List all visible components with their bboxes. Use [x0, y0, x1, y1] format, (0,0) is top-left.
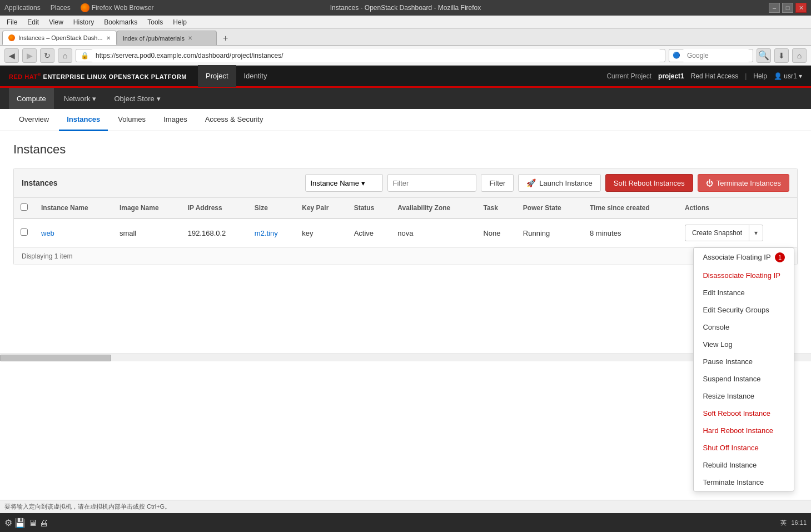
- col-time: Time since created: [583, 198, 678, 218]
- os-places-menu[interactable]: Places: [51, 4, 71, 12]
- col-task: Task: [476, 198, 516, 218]
- subnav-network[interactable]: Network ▾: [56, 88, 105, 109]
- row-power-state: Running: [516, 218, 583, 247]
- col-ip-address: IP Address: [181, 198, 248, 218]
- menu-history[interactable]: History: [69, 17, 98, 27]
- menu-bookmarks[interactable]: Bookmarks: [99, 17, 142, 27]
- sub-nav: Compute Network ▾ Object Store ▾: [0, 88, 811, 109]
- filter-select-label: Instance Name: [310, 179, 359, 187]
- col-actions: Actions: [678, 198, 797, 218]
- launch-instance-button[interactable]: 🚀 Launch Instance: [518, 174, 600, 192]
- create-snapshot-button[interactable]: Create Snapshot: [685, 225, 749, 241]
- tab-favicon-1: [8, 34, 15, 41]
- page-content: Instances Instances Instance Name ▾ Filt…: [0, 131, 811, 354]
- red-hat-access-link[interactable]: Red Hat Access: [691, 72, 738, 80]
- soft-reboot-instances-button[interactable]: Soft Reboot Instances: [605, 174, 693, 192]
- row-status: Active: [347, 218, 391, 247]
- instances-table-section: Instances Instance Name ▾ Filter 🚀 Launc…: [13, 168, 798, 265]
- search-input[interactable]: [683, 49, 749, 62]
- action-btn-group: Create Snapshot ▾: [685, 225, 790, 241]
- col-size: Size: [248, 198, 295, 218]
- instance-name-link[interactable]: web: [41, 229, 54, 237]
- dropdown-associate-floating-ip[interactable]: Associate Floating IP 1: [694, 248, 794, 267]
- maximize-button[interactable]: □: [782, 3, 793, 13]
- tab-close-1[interactable]: ✕: [106, 35, 111, 41]
- select-all-checkbox[interactable]: [21, 203, 28, 211]
- reload-button[interactable]: ↻: [40, 48, 54, 63]
- secnav-access-security[interactable]: Access & Security: [197, 109, 271, 131]
- firefox-icon: [81, 3, 89, 12]
- tab-bar: Instances – OpenStack Dash... ✕ Index of…: [0, 29, 811, 46]
- col-checkbox: [14, 198, 34, 218]
- secnav-instances[interactable]: Instances: [59, 109, 108, 131]
- table-header: Instances Instance Name ▾ Filter 🚀 Launc…: [14, 168, 797, 198]
- downloads-button[interactable]: ⬇: [774, 48, 789, 63]
- window-title: Instances - OpenStack Dashboard - Mozill…: [330, 4, 481, 12]
- sec-nav: Overview Instances Volumes Images Access…: [0, 109, 811, 131]
- menu-view[interactable]: View: [44, 17, 68, 27]
- menu-tools[interactable]: Tools: [143, 17, 167, 27]
- filter-input[interactable]: [387, 174, 476, 192]
- os-apps-menu[interactable]: Applications: [4, 4, 41, 12]
- os-titlebar: Applications Places Firefox Web Browser …: [0, 0, 811, 16]
- secnav-images[interactable]: Images: [156, 109, 195, 131]
- row-size: m2.tiny: [248, 218, 295, 247]
- subnav-compute[interactable]: Compute: [9, 88, 54, 109]
- secnav-volumes[interactable]: Volumes: [110, 109, 153, 131]
- dropdown-view-log[interactable]: View Log: [694, 336, 794, 353]
- dropdown-edit-instance[interactable]: Edit Instance: [694, 284, 794, 301]
- row-instance-name: web: [34, 218, 113, 247]
- action-dropdown-button[interactable]: ▾: [749, 225, 763, 241]
- menu-file[interactable]: File: [2, 17, 22, 27]
- dropdown-pause-instance[interactable]: Pause Instance: [694, 353, 794, 361]
- menu-help[interactable]: Help: [168, 17, 191, 27]
- help-link[interactable]: Help: [753, 72, 767, 80]
- rh-brand: RED HAT® ENTERPRISE LINUX OPENSTACK PLAT…: [9, 72, 187, 80]
- tab-label-2: Index of /pub/materials: [123, 35, 185, 42]
- row-checkbox-cell: [14, 218, 34, 247]
- menu-edit[interactable]: Edit: [23, 17, 43, 27]
- row-checkbox[interactable]: [21, 228, 28, 236]
- dropdown-console[interactable]: Console: [694, 319, 794, 336]
- ssl-icon: 🔒: [81, 52, 89, 59]
- col-availability-zone: Availability Zone: [391, 198, 476, 218]
- tab-index[interactable]: Index of /pub/materials ✕: [117, 31, 217, 45]
- project-name[interactable]: project1: [658, 72, 684, 80]
- tab-close-2[interactable]: ✕: [188, 35, 192, 41]
- nav-identity[interactable]: Identity: [236, 65, 275, 87]
- back-button[interactable]: ◀: [4, 48, 19, 63]
- table-title: Instances: [22, 178, 58, 187]
- dropdown-edit-security-groups[interactable]: Edit Security Groups: [694, 301, 794, 319]
- address-input[interactable]: [91, 49, 660, 62]
- search-button[interactable]: 🔍: [757, 48, 771, 63]
- redhat-nav: RED HAT® ENTERPRISE LINUX OPENSTACK PLAT…: [0, 66, 811, 88]
- dropdown-disassociate-floating-ip[interactable]: Disassociate Floating IP: [694, 267, 794, 284]
- table-row: web small 192.168.0.2 m2.tiny key Active…: [14, 218, 797, 247]
- nav-project[interactable]: Project: [198, 65, 236, 87]
- home-button[interactable]: ⌂: [58, 48, 72, 63]
- forward-button[interactable]: ▶: [22, 48, 37, 63]
- filter-select[interactable]: Instance Name ▾: [305, 174, 383, 192]
- tab-instances[interactable]: Instances – OpenStack Dash... ✕: [2, 31, 117, 45]
- os-firefox-label[interactable]: Firefox Web Browser: [81, 3, 154, 12]
- row-keypair: key: [295, 218, 347, 247]
- filter-button[interactable]: Filter: [481, 174, 514, 192]
- rh-nav-right: Current Project project1 Red Hat Access …: [606, 72, 802, 80]
- user-menu[interactable]: 👤 usr1 ▾: [774, 72, 802, 80]
- filter-select-arrow: ▾: [361, 179, 365, 187]
- secnav-overview[interactable]: Overview: [11, 109, 57, 131]
- size-link[interactable]: m2.tiny: [255, 229, 278, 237]
- minimize-button[interactable]: –: [769, 3, 780, 13]
- new-tab-button[interactable]: +: [219, 32, 232, 45]
- instances-table: Instance Name Image Name IP Address Size…: [14, 198, 797, 247]
- scrollbar-thumb[interactable]: [0, 355, 111, 361]
- row-ip-address: 192.168.0.2: [181, 218, 248, 247]
- horizontal-scrollbar[interactable]: [0, 354, 811, 361]
- col-status: Status: [347, 198, 391, 218]
- terminate-instances-button[interactable]: ⏻ Terminate Instances: [698, 174, 789, 192]
- col-power-state: Power State: [516, 198, 583, 218]
- close-button[interactable]: ✕: [795, 3, 807, 13]
- subnav-objectstore[interactable]: Object Store ▾: [106, 88, 168, 109]
- current-project-label: Current Project: [606, 72, 651, 80]
- bookmark-button[interactable]: ⌂: [792, 48, 807, 63]
